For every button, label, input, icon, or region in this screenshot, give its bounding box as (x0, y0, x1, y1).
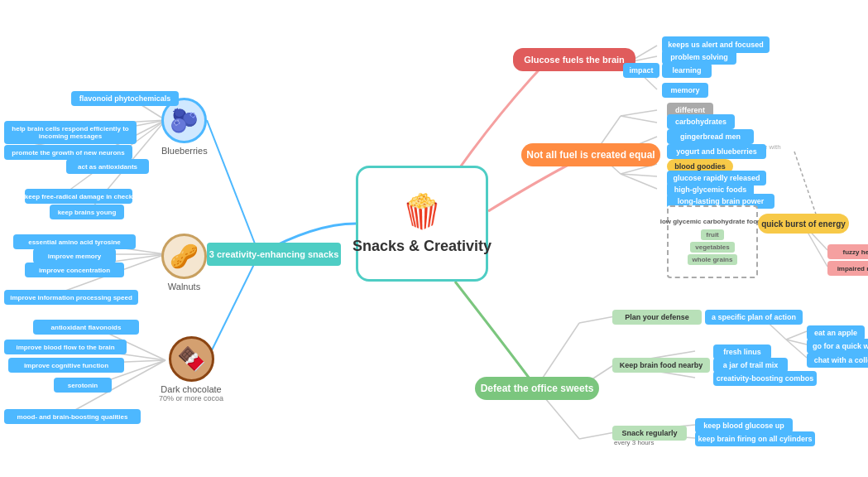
glucose-child-impact: impact (623, 63, 659, 78)
blueberry-node: 🫐 Blueberries (161, 98, 208, 156)
center-icon: 🍿 (401, 192, 443, 231)
keep-nearby: Keep brain food nearby (612, 358, 710, 373)
center-label: Snacks & Creativity (352, 238, 492, 255)
plan-defense: Plan your defense (612, 310, 702, 325)
plan-action: a specific plan of action (705, 310, 803, 325)
glucose-child-3: learning (662, 63, 712, 78)
fuzzy-head: fuzzy head (827, 244, 868, 259)
svg-line-14 (621, 174, 657, 176)
svg-line-18 (794, 152, 819, 224)
chocolate-node: 🍫 Dark chocolate 70% or more cocoa (159, 336, 223, 402)
svg-line-32 (579, 432, 615, 439)
walnut-node: 🥜 Walnuts (161, 234, 207, 292)
creativity-main: 3 creativity-enhancing snacks (207, 243, 341, 266)
improve-memory: improve memory (33, 248, 116, 263)
antioxidants: act as antioxidants (66, 159, 149, 174)
glucose-main: Glucose fuels the brain (513, 48, 635, 71)
chat-colleague: chat with a colleague (807, 353, 868, 368)
blueberry-label: Blueberries (161, 146, 208, 156)
walnut-icon: 🥜 (161, 234, 207, 279)
svg-line-38 (786, 340, 807, 358)
impaired-memory: impaired memory (827, 261, 868, 276)
defeat-main: Defeat the office sweets (475, 377, 599, 400)
chocolate-icon: 🍫 (169, 336, 214, 382)
low-glycemic-group: low glycemic carbohydrate foods fruit ve… (667, 205, 758, 278)
blood-flow: improve blood flow to the brain (4, 340, 127, 354)
glucose-child-4: memory (662, 83, 708, 98)
processing-speed: improve information processing speed (4, 290, 138, 305)
brains-young: keep brains young (50, 205, 124, 219)
yogurt-blueberries: yogurt and blueberries (667, 144, 766, 159)
flavonoids: antioxidant flavonoids (33, 320, 139, 335)
chocolate-label: Dark chocolate (161, 384, 221, 394)
svg-line-36 (786, 331, 807, 340)
center-node: 🍿 Snacks & Creativity (356, 166, 488, 282)
free-radical: keep free-radical damage in check (25, 189, 132, 204)
brain-cells: help brain cells respond efficiently to … (4, 121, 137, 144)
mindmap: provide with (0, 0, 868, 477)
serotonin: serotonin (54, 378, 112, 393)
new-neurons: promote the growth of new neurons (4, 145, 132, 160)
cognitive: improve cognitive function (8, 358, 124, 373)
gingerbread-men: gingerbread men (667, 129, 754, 144)
svg-line-37 (786, 340, 807, 344)
quick-walk: go for a quick walk (807, 339, 868, 354)
walnut-label: Walnuts (168, 282, 200, 292)
svg-line-7 (621, 110, 657, 116)
snack-sub: every 3 hours (614, 439, 654, 446)
carbohydrates: carbohydrates (667, 114, 735, 129)
chocolate-sublabel: 70% or more cocoa (159, 394, 223, 402)
svg-line-39 (207, 120, 259, 254)
brain-firing: keep brain firing on all cylinders (695, 431, 815, 446)
flavonoid: flavonoid phytochemicals (71, 91, 179, 106)
improve-concentration: improve concentration (25, 263, 124, 277)
mood-boosting: mood- and brain-boosting qualities (4, 409, 141, 424)
tyrosine: essential amino acid tyrosine (13, 234, 136, 249)
svg-line-24 (579, 316, 615, 323)
svg-line-8 (621, 116, 657, 123)
creativity-combos: creativity-boosting combos (713, 371, 817, 386)
not-all-fuel-main: Not all fuel is created equal (521, 143, 660, 166)
svg-line-15 (621, 174, 657, 189)
quick-burst: quick burst of energy (758, 214, 849, 234)
